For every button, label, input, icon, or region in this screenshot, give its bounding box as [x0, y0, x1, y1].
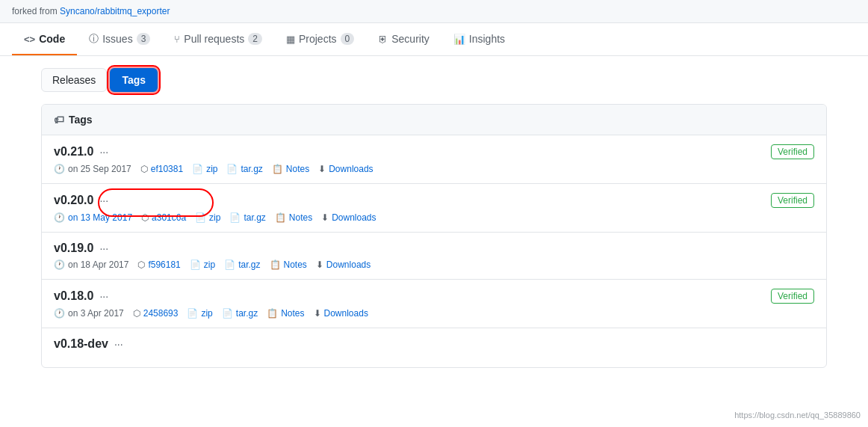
security-icon: ⛨ [378, 34, 388, 45]
tag-title-line-v018dev: v0.18-dev ··· [54, 337, 814, 351]
tag-title-line: v0.21.0 ··· Verified [54, 144, 814, 159]
commit-icon: ⬡ [140, 164, 148, 174]
tag-date-v019: 🕐 on 18 Apr 2017 [54, 259, 128, 270]
file-icon-tar: 📄 [226, 164, 238, 174]
tag-commit-link-v019[interactable]: f596181 [148, 259, 180, 270]
tag-downloads-link-v020[interactable]: Downloads [332, 212, 376, 223]
tag-tar-v021: 📄 tar.gz [226, 164, 262, 174]
tag-dots-v019[interactable]: ··· [99, 242, 108, 254]
tag-downloads-v020: ⬇ Downloads [321, 212, 376, 223]
tag-notes-link-v020[interactable]: Notes [289, 212, 312, 223]
commit-icon-v019: ⬡ [137, 259, 145, 270]
tag-commit-v018: ⬡ 2458693 [133, 308, 179, 319]
tag-tar-link-v018[interactable]: tar.gz [236, 308, 258, 319]
tag-zip-link-v018[interactable]: zip [201, 308, 212, 319]
insights-icon: 📊 [453, 34, 465, 45]
tag-name-v019: v0.19.0 [54, 242, 93, 255]
tag-zip-link-v020[interactable]: zip [209, 212, 220, 223]
clock-icon-v019: 🕐 [54, 259, 65, 270]
tag-downloads-v018: ⬇ Downloads [314, 308, 368, 319]
tag-downloads-link-v019[interactable]: Downloads [326, 259, 371, 270]
tag-notes-v019: 📋 Notes [270, 259, 307, 270]
tag-commit-link-v020[interactable]: a301c6a [152, 212, 186, 223]
forked-repo-link[interactable]: Syncano/rabbitmq_exporter [60, 6, 170, 16]
tag-tar-v019: 📄 tar.gz [224, 259, 260, 270]
tag-title-line-v019: v0.19.0 ··· [54, 242, 814, 255]
tag-zip-link-v019[interactable]: zip [204, 259, 215, 270]
tag-date-v018: 🕐 on 3 Apr 2017 [54, 308, 124, 319]
releases-tags-toggle: Releases Tags [41, 68, 827, 92]
file-icon-tar-v019: 📄 [224, 259, 235, 270]
tab-insights[interactable]: 📊 Insights [441, 24, 517, 55]
tag-downloads-v019: ⬇ Downloads [316, 259, 371, 270]
tag-dots-v020[interactable]: ··· [99, 194, 108, 206]
tag-row-v018: v0.18.0 ··· Verified 🕐 on 3 Apr 2017 ⬡ 2… [42, 280, 826, 328]
tag-tar-link-v020[interactable]: tar.gz [244, 212, 265, 223]
tag-name-v020: v0.20.0 [54, 194, 93, 207]
tag-row-circled: v0.20.0 ··· Verified 🕐 on 13 May 2017 ⬡ … [42, 184, 826, 233]
tab-projects[interactable]: ▦ Projects 0 [274, 24, 366, 55]
tag-tar-link-v019[interactable]: tar.gz [238, 259, 260, 270]
tab-security-label: Security [391, 33, 430, 45]
tag-notes-link-v019[interactable]: Notes [284, 259, 307, 270]
tag-meta-v018: 🕐 on 3 Apr 2017 ⬡ 2458693 📄 zip 📄 tar.gz… [54, 308, 814, 319]
tag-commit-v021: ⬡ ef10381 [140, 164, 183, 174]
notes-icon-v018: 📋 [267, 308, 278, 319]
downloads-icon-v019: ⬇ [316, 259, 323, 270]
tag-downloads-link-v018[interactable]: Downloads [324, 308, 368, 319]
file-icon-tar-v018: 📄 [222, 308, 233, 319]
tag-dots-v021[interactable]: ··· [99, 146, 108, 158]
tag-zip-link-v021[interactable]: zip [206, 164, 217, 174]
clock-icon-v018: 🕐 [54, 308, 65, 319]
tab-security[interactable]: ⛨ Security [366, 24, 441, 55]
tab-code-label: Code [39, 33, 65, 45]
tag-meta-v019: 🕐 on 18 Apr 2017 ⬡ f596181 📄 zip 📄 tar.g… [54, 259, 814, 270]
tag-zip-v021: 📄 zip [192, 164, 217, 174]
clock-icon-v020: 🕐 [54, 212, 65, 223]
tag-name-area-v019: v0.19.0 ··· [54, 242, 108, 255]
tag-downloads-v021: ⬇ Downloads [318, 164, 373, 174]
tag-name-area-v020: v0.20.0 ··· [54, 194, 108, 207]
tag-notes-link-v021[interactable]: Notes [286, 164, 309, 174]
file-icon: 📄 [192, 164, 203, 174]
file-icon-tar-v020: 📄 [229, 212, 241, 223]
tag-name-v021: v0.21.0 [54, 145, 93, 159]
tab-projects-label: Projects [299, 33, 337, 45]
tag-date-v021: 🕐 on 25 Sep 2017 [54, 164, 131, 174]
tag-tar-v020: 📄 tar.gz [229, 212, 265, 223]
tag-name-area: v0.21.0 ··· [54, 145, 108, 159]
downloads-icon: ⬇ [318, 164, 326, 174]
tag-zip-v020: 📄 zip [195, 212, 220, 223]
commit-icon-v020: ⬡ [141, 212, 149, 223]
tag-downloads-link-v021[interactable]: Downloads [329, 164, 373, 174]
main-content: Releases Tags 🏷 Tags v0.21.0 ··· Verifie… [23, 56, 845, 380]
tag-zip-v019: 📄 zip [190, 259, 215, 270]
releases-button[interactable]: Releases [41, 68, 107, 92]
notes-icon-v020: 📋 [275, 212, 286, 223]
tag-commit-link-v018[interactable]: 2458693 [143, 308, 179, 319]
tag-dots-v018dev[interactable]: ··· [114, 338, 123, 350]
tag-row-v019: v0.19.0 ··· 🕐 on 18 Apr 2017 ⬡ f596181 📄… [42, 233, 826, 280]
notes-icon: 📋 [272, 164, 283, 174]
tag-notes-link-v018[interactable]: Notes [281, 308, 304, 319]
tag-name-area-v018dev: v0.18-dev ··· [54, 337, 123, 351]
file-icon-v018: 📄 [187, 308, 198, 319]
tag-title-line-v018: v0.18.0 ··· Verified [54, 289, 814, 304]
tab-issues[interactable]: ⓘ Issues 3 [77, 23, 162, 56]
tags-button[interactable]: Tags [110, 68, 158, 92]
verified-badge-v021: Verified [771, 144, 814, 159]
nav-tabs: <> Code ⓘ Issues 3 ⑂ Pull requests 2 ▦ P… [0, 23, 868, 56]
file-icon-v019: 📄 [190, 259, 201, 270]
tag-commit-v019: ⬡ f596181 [137, 259, 180, 270]
tag-tar-link-v021[interactable]: tar.gz [241, 164, 262, 174]
issues-badge: 3 [137, 33, 151, 45]
tab-pull-requests[interactable]: ⑂ Pull requests 2 [162, 24, 274, 55]
tag-commit-link-v021[interactable]: ef10381 [151, 164, 183, 174]
tag-name-area-v018: v0.18.0 ··· [54, 289, 108, 303]
tag-dots-v018[interactable]: ··· [99, 290, 108, 302]
tag-tar-v018: 📄 tar.gz [222, 308, 258, 319]
tag-notes-v018: 📋 Notes [267, 308, 304, 319]
pull-requests-badge: 2 [248, 33, 262, 45]
tag-name-v018: v0.18.0 [54, 289, 93, 303]
tab-code[interactable]: <> Code [12, 24, 77, 55]
